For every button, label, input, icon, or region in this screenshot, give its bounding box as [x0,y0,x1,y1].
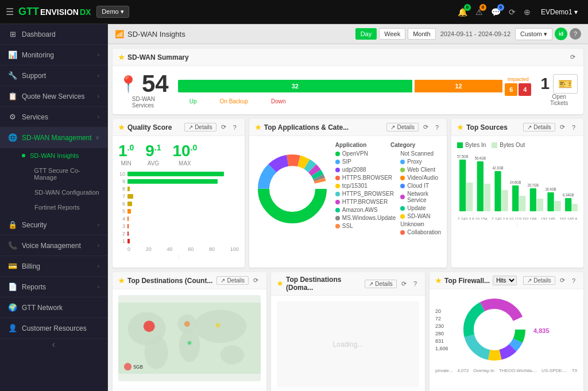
svg-text:24.6GB: 24.6GB [510,180,521,184]
sidebar-subitem-fortinet[interactable]: Fortinet Reports [0,200,107,215]
circle-button[interactable]: ⊕ [521,5,533,19]
list-item: SIP [335,158,396,165]
svg-point-37 [194,309,246,343]
custom-range-button[interactable]: Custom ▾ [515,28,552,40]
bell-badge: 0 [464,4,471,11]
quality-bar-7: 7 [118,193,239,199]
firewall-widget-controls: ↗ Details ⟳ ? [523,276,578,285]
list-item: HTTP.BROWSER [335,199,396,205]
svg-point-36 [179,328,200,362]
quality-refresh-button[interactable]: ⟳ [219,122,229,132]
sync-button[interactable]: ⟳ [506,5,518,19]
impacted-bar: 6 [505,83,517,96]
quality-bar-2: 2 [118,231,239,237]
list-item: SSL [335,223,396,229]
sidebar-collapse-button[interactable]: ‹ [0,339,107,350]
bell-button[interactable]: 🔔0 [455,5,470,19]
week-button[interactable]: Week [379,28,405,40]
top-apps-details-button[interactable]: ↗ Details [386,123,419,131]
firewall-values: 20 72 230 280 831 1,606 [435,308,455,353]
summary-widget-title: ★ SD-WAN Summary [118,53,568,61]
sidebar-subitem-sdwan-config[interactable]: SD-WAN Configuration [0,185,107,200]
sidebar-item-quote[interactable]: 📋 Quote New Services › [0,86,107,107]
domain-chart-placeholder: Loading... [277,301,419,388]
top-apps-refresh-button[interactable]: ⟳ [421,122,431,132]
list-item: Update [400,205,441,211]
summary-refresh-button[interactable]: ⟳ [568,52,578,62]
backup-label: On Backup [220,98,248,104]
svg-text:20.7GB: 20.7GB [528,183,539,187]
hamburger-button[interactable]: ☰ [6,6,14,17]
sidebar-item-voice[interactable]: 📞 Voice Management › [0,235,107,256]
quality-x-axis: 020406080100 [118,246,239,252]
app-layout: ⊞ Dashboard 📊 Monitoring › 🔧 Support › 📋… [0,24,588,391]
list-item: HTTPS_BROWSER [335,191,396,197]
domain-widget-title: ★ Top Destinations (Doma... [277,276,365,292]
map-refresh-button[interactable]: ⟳ [251,276,261,285]
external-link-icon: ↗ [527,277,532,284]
top-apps-body: Application Category OpenVPN SIP udp/208… [249,136,447,243]
firewall-donut [460,295,529,366]
firewall-details-button[interactable]: ↗ Details [523,276,555,285]
backup-bar: 12 [415,80,502,92]
hits-dropdown[interactable]: Hits [493,276,517,285]
chat-button[interactable]: 💬0 [489,5,503,19]
top-sources-header: ★ Top Sources ↗ Details ⟳ ? [451,119,583,136]
top-sources-help-button[interactable]: ? [570,123,578,132]
sidebar-item-reports[interactable]: 📄 Reports › [0,277,107,297]
progress-bars: 32 12 Impacted 6 [178,76,532,96]
quality-score-widget: ★ Quality Score ↗ Details ⟳ ? [113,119,245,268]
sidebar-item-security[interactable]: 🔒 Security › [0,215,107,235]
sidebar-item-gtt-network[interactable]: 🌍 GTT Network [0,297,107,318]
firewall-help-button[interactable]: ? [570,276,578,285]
top-apps-controls: ↗ Details ⟳ ? [386,122,441,132]
sidebar-subitem-sdwan-insights[interactable]: SD-WAN Insights [0,148,107,163]
sidebar-item-dashboard[interactable]: ⊞ Dashboard [0,24,107,45]
quality-bar-10: 10 [118,171,239,177]
warning-button[interactable]: ⚠0 [473,5,485,19]
day-button[interactable]: Day [355,28,377,40]
firewall-refresh-button[interactable]: ⟳ [558,276,567,285]
list-item: Not Scanned [400,150,441,157]
domain-widget-controls: ↗ Details ⟳ ? [365,279,419,289]
sidebar-subitem-gtt-secure[interactable]: GTT Secure Co-Manage [0,163,107,185]
top-apps-widget: ★ Top Applications & Cate... ↗ Details ⟳… [249,119,447,268]
sidebar-item-monitoring[interactable]: 📊 Monitoring › [0,45,107,65]
help-button[interactable]: ? [570,28,581,40]
map-details-button[interactable]: ↗ Details [216,276,249,285]
quality-bar-9: 9 [118,179,239,184]
star-icon: ★ [118,277,125,285]
domain-help-button[interactable]: ? [411,279,419,288]
user-menu-button[interactable]: EVDemo1 ▾ [536,6,582,18]
top-apps-help-button[interactable]: ? [433,123,441,132]
scroll-indicator: ⋮ [457,220,578,230]
sidebar-item-services[interactable]: ⚙ Services › [0,107,107,127]
month-button[interactable]: Month [408,28,436,40]
domain-details-button[interactable]: ↗ Details [365,280,397,288]
sidebar-item-customer-resources[interactable]: 👤 Customer Resources [0,318,107,339]
domain-refresh-button[interactable]: ⟳ [399,279,409,289]
donut-chart [255,152,330,228]
svg-text:42.3GB: 42.3GB [493,165,504,170]
quality-details-button[interactable]: ↗ Details [184,123,216,131]
services-icon: ⚙ [8,113,17,121]
sidebar-item-support[interactable]: 🔧 Support › [0,65,107,86]
top-apps-content: Application Category OpenVPN SIP udp/208… [255,142,441,237]
svg-point-52 [478,313,510,346]
top-destinations-domain-widget: ★ Top Destinations (Doma... ↗ Details ⟳ … [271,272,425,391]
up-bar: 32 [178,80,412,92]
quality-help-button[interactable]: ? [231,123,239,132]
top-sources-details-button[interactable]: ↗ Details [523,123,555,131]
svg-point-39 [144,320,155,332]
quality-bar-8: 8 [118,186,239,192]
list-item: Proxy [400,158,441,165]
account-selector[interactable]: Demo ▾ [96,6,129,18]
quality-scores: 1.0 MIN 9.1 AVG [118,142,239,167]
top-sources-refresh-button[interactable]: ⟳ [558,122,567,132]
legend-headers: Application Category [335,142,441,148]
top-apps-header: ★ Top Applications & Cate... ↗ Details ⟳… [249,119,447,136]
svg-rect-16 [502,190,508,211]
sidebar-item-billing[interactable]: 💳 Billing › [0,256,107,277]
up-label: Up [189,98,197,104]
sidebar-item-sdwan[interactable]: 🌐 SD-WAN Management ∨ [0,127,107,148]
